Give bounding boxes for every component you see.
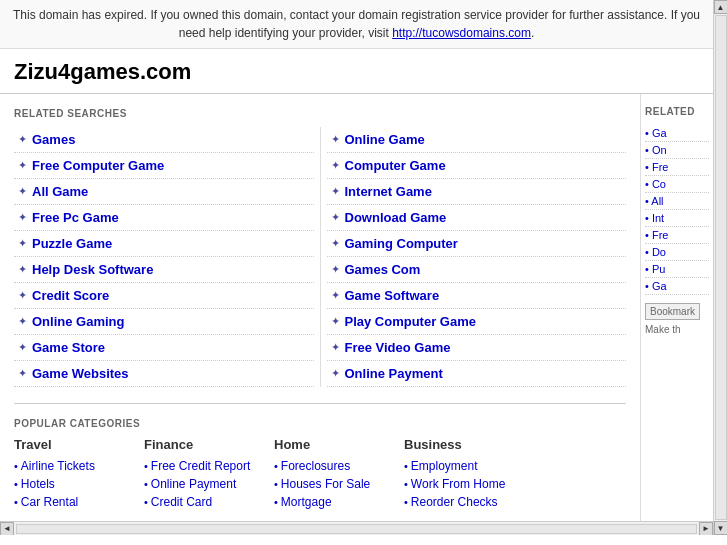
list-item: ✦ Game Store [14, 335, 314, 361]
popular-link-airline-tickets[interactable]: Airline Tickets [21, 459, 95, 473]
make-label: Make th [645, 324, 709, 335]
popular-link-free-credit-report[interactable]: Free Credit Report [151, 459, 250, 473]
scroll-right-button[interactable]: ► [699, 522, 713, 536]
bullet-icon: • [14, 478, 18, 490]
popular-categories-label: POPULAR CATEGORIES [14, 418, 626, 429]
sidebar-link-5[interactable]: All [645, 193, 709, 210]
search-link-download-game[interactable]: Download Game [345, 210, 447, 225]
search-link-online-gaming[interactable]: Online Gaming [32, 314, 124, 329]
search-link-gaming-computer[interactable]: Gaming Computer [345, 236, 458, 251]
arrow-icon: ✦ [18, 159, 27, 172]
popular-link-reorder-checks[interactable]: Reorder Checks [411, 495, 498, 509]
list-item: • Airline Tickets [14, 457, 134, 475]
popular-col-home-title: Home [274, 437, 394, 452]
bullet-icon: • [274, 460, 278, 472]
search-link-free-video-game[interactable]: Free Video Game [345, 340, 451, 355]
sidebar-link-9[interactable]: Pu [645, 261, 709, 278]
popular-link-mortgage[interactable]: Mortgage [281, 495, 332, 509]
arrow-icon: ✦ [331, 263, 340, 276]
tucows-link[interactable]: http://tucowsdomains.com [392, 26, 531, 40]
bullet-icon: • [144, 460, 148, 472]
search-link-games[interactable]: Games [32, 132, 75, 147]
popular-link-employment[interactable]: Employment [411, 459, 478, 473]
list-item: • Foreclosures [274, 457, 394, 475]
arrow-icon: ✦ [18, 133, 27, 146]
sidebar-link-7[interactable]: Fre [645, 227, 709, 244]
sidebar-link-6[interactable]: Int [645, 210, 709, 227]
sidebar-link-4[interactable]: Co [645, 176, 709, 193]
scroll-up-button[interactable]: ▲ [714, 0, 728, 14]
arrow-icon: ✦ [18, 289, 27, 302]
arrow-icon: ✦ [331, 185, 340, 198]
popular-link-credit-card[interactable]: Credit Card [151, 495, 212, 509]
bullet-icon: • [404, 478, 408, 490]
list-item: ✦ Online Payment [327, 361, 627, 387]
search-link-internet-game[interactable]: Internet Game [345, 184, 432, 199]
arrow-icon: ✦ [331, 237, 340, 250]
popular-link-foreclosures[interactable]: Foreclosures [281, 459, 350, 473]
list-item: • Mortgage [274, 493, 394, 511]
search-link-free-pc-game[interactable]: Free Pc Game [32, 210, 119, 225]
scroll-track-vertical[interactable] [715, 15, 727, 520]
sidebar-bottom: Bookmark Make th [645, 303, 709, 335]
bullet-icon: • [14, 460, 18, 472]
arrow-icon: ✦ [18, 341, 27, 354]
arrow-icon: ✦ [18, 263, 27, 276]
search-link-all-game[interactable]: All Game [32, 184, 88, 199]
bullet-icon: • [274, 478, 278, 490]
sidebar-link-2[interactable]: On [645, 142, 709, 159]
bullet-icon: • [404, 460, 408, 472]
scroll-left-button[interactable]: ◄ [0, 522, 14, 536]
search-link-computer-game[interactable]: Computer Game [345, 158, 446, 173]
search-link-play-computer-game[interactable]: Play Computer Game [345, 314, 477, 329]
search-links-grid: ✦ Games ✦ Free Computer Game ✦ All Game [14, 127, 626, 387]
search-link-free-computer-game[interactable]: Free Computer Game [32, 158, 164, 173]
search-link-game-websites[interactable]: Game Websites [32, 366, 129, 381]
popular-link-hotels[interactable]: Hotels [21, 477, 55, 491]
scroll-down-button[interactable]: ▼ [714, 521, 728, 535]
arrow-icon: ✦ [18, 185, 27, 198]
search-link-help-desk[interactable]: Help Desk Software [32, 262, 153, 277]
popular-link-car-rental[interactable]: Car Rental [21, 495, 78, 509]
list-item: ✦ Internet Game [327, 179, 627, 205]
bullet-icon: • [404, 496, 408, 508]
sidebar-link-1[interactable]: Ga [645, 125, 709, 142]
list-item: ✦ Free Video Game [327, 335, 627, 361]
search-link-credit-score[interactable]: Credit Score [32, 288, 109, 303]
search-link-online-game[interactable]: Online Game [345, 132, 425, 147]
arrow-icon: ✦ [331, 341, 340, 354]
arrow-icon: ✦ [18, 367, 27, 380]
list-item: ✦ Games [14, 127, 314, 153]
popular-link-online-payment[interactable]: Online Payment [151, 477, 236, 491]
list-item: • Credit Card [144, 493, 264, 511]
vertical-scrollbar: ▲ ▼ [713, 0, 727, 535]
search-link-games-com[interactable]: Games Com [345, 262, 421, 277]
sidebar-link-8[interactable]: Do [645, 244, 709, 261]
top-bar: This domain has expired. If you owned th… [0, 0, 713, 49]
popular-link-houses-for-sale[interactable]: Houses For Sale [281, 477, 370, 491]
popular-categories-section: POPULAR CATEGORIES Travel • Airline Tick… [14, 403, 626, 511]
list-item: • Hotels [14, 475, 134, 493]
site-title: Zizu4games.com [0, 49, 713, 94]
arrow-icon: ✦ [18, 211, 27, 224]
search-link-online-payment[interactable]: Online Payment [345, 366, 443, 381]
list-item: ✦ Download Game [327, 205, 627, 231]
arrow-icon: ✦ [18, 315, 27, 328]
related-searches-section: RELATED SEARCHES ✦ Games ✦ Free Computer… [14, 108, 626, 387]
popular-link-work-from-home[interactable]: Work From Home [411, 477, 505, 491]
arrow-icon: ✦ [331, 133, 340, 146]
list-item: ✦ Online Gaming [14, 309, 314, 335]
scroll-track[interactable] [16, 524, 697, 534]
sidebar-link-10[interactable]: Ga [645, 278, 709, 295]
search-link-game-software[interactable]: Game Software [345, 288, 440, 303]
arrow-icon: ✦ [331, 315, 340, 328]
sidebar-link-3[interactable]: Fre [645, 159, 709, 176]
list-item: ✦ Online Game [327, 127, 627, 153]
search-link-puzzle-game[interactable]: Puzzle Game [32, 236, 112, 251]
popular-col-finance: Finance • Free Credit Report • Online Pa… [144, 437, 264, 511]
bookmark-label[interactable]: Bookmark [645, 303, 700, 320]
arrow-icon: ✦ [18, 237, 27, 250]
search-link-game-store[interactable]: Game Store [32, 340, 105, 355]
col-divider [320, 127, 321, 387]
popular-col-home: Home • Foreclosures • Houses For Sale [274, 437, 394, 511]
